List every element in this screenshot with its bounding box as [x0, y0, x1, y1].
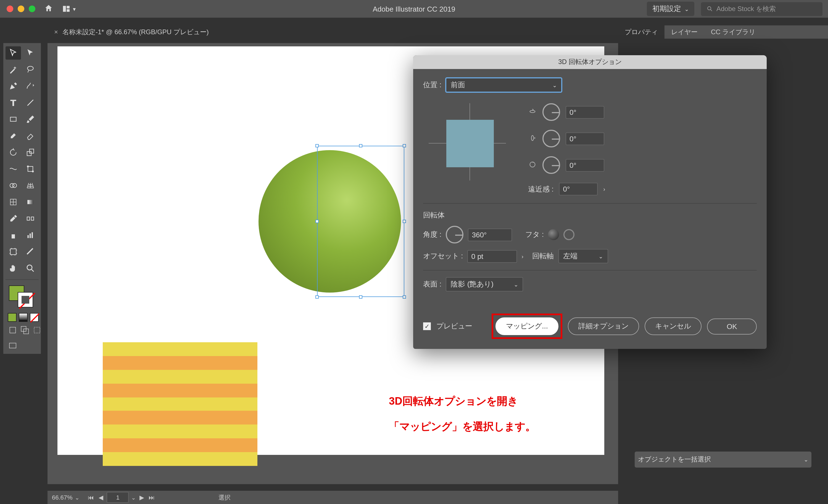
tab-properties[interactable]: プロパティ [618, 26, 664, 39]
rotate-z-dial[interactable] [542, 156, 560, 174]
cap-on-icon[interactable] [548, 229, 559, 240]
color-chip-none[interactable] [30, 313, 39, 322]
next-artboard-icon[interactable]: ▶ [138, 494, 146, 501]
rotate-y-input[interactable]: 0° [566, 132, 604, 145]
lasso-tool[interactable] [23, 63, 38, 76]
resize-handle[interactable] [359, 295, 362, 299]
draw-inside-icon[interactable] [32, 325, 42, 335]
pen-tool[interactable] [5, 80, 21, 93]
resize-handle[interactable] [403, 144, 406, 147]
draw-normal-icon[interactable] [8, 325, 18, 335]
chevron-down-icon: ⌄ [552, 82, 557, 88]
striped-rectangle-object[interactable] [103, 342, 257, 425]
minimize-window-icon[interactable] [18, 5, 24, 12]
selection-tool[interactable] [5, 46, 21, 60]
magic-wand-tool[interactable] [5, 63, 21, 76]
offset-input[interactable]: 0 pt [467, 250, 517, 263]
zoom-tool[interactable] [23, 262, 38, 275]
blend-tool[interactable] [23, 212, 38, 225]
rotation-preview[interactable] [423, 98, 511, 186]
rotate-y-dial[interactable] [542, 130, 560, 147]
preview-checkbox[interactable]: ✓ [423, 322, 431, 330]
scale-tool[interactable] [23, 146, 38, 159]
width-tool[interactable] [5, 162, 21, 176]
resize-handle[interactable] [316, 220, 319, 223]
svg-point-26 [27, 265, 32, 270]
home-icon[interactable] [44, 4, 53, 14]
resize-handle[interactable] [316, 144, 319, 147]
control-bar [0, 18, 828, 26]
fill-stroke-control[interactable] [5, 284, 39, 310]
maximize-window-icon[interactable] [29, 5, 35, 12]
chevron-down-icon[interactable]: ⌄ [131, 494, 136, 500]
type-tool[interactable] [5, 96, 21, 109]
tab-cc-libraries[interactable]: CC ライブラリ [704, 26, 762, 39]
surface-select[interactable]: 陰影 (艶あり) ⌄ [446, 277, 523, 291]
svg-point-3 [708, 7, 711, 10]
gradient-tool[interactable] [23, 195, 38, 209]
stepper-icon[interactable]: › [522, 253, 523, 259]
mesh-tool[interactable] [5, 195, 21, 209]
position-label: 位置 : [423, 80, 441, 90]
first-artboard-icon[interactable]: ⏮ [87, 494, 95, 501]
selection-bounding-box[interactable] [317, 146, 404, 297]
rectangle-tool[interactable] [5, 112, 21, 126]
draw-mode-row [5, 325, 39, 335]
position-select[interactable]: 前面 ⌄ [446, 78, 562, 92]
rotate-x-input[interactable]: 0° [566, 106, 604, 119]
color-chip-solid[interactable] [8, 313, 16, 322]
direct-selection-tool[interactable] [23, 46, 38, 60]
recolor-artwork-button[interactable]: オブジェクトを一括選択 ⌄ [635, 452, 812, 467]
curvature-tool[interactable] [23, 80, 38, 93]
zoom-value: 66.67% [52, 494, 73, 501]
shaper-tool[interactable] [5, 129, 21, 142]
eyedropper-tool[interactable] [5, 212, 21, 225]
artboard-number[interactable]: 1 [107, 492, 129, 503]
arrange-documents-icon[interactable]: ▾ [62, 4, 76, 13]
screen-mode-icon[interactable] [8, 340, 18, 351]
color-chip-gradient[interactable] [19, 313, 28, 322]
document-tab[interactable]: × 名称未設定-1* @ 66.67% (RGB/GPU プレビュー) [54, 27, 209, 37]
cancel-button[interactable]: キャンセル [645, 317, 702, 335]
close-window-icon[interactable] [7, 5, 13, 12]
stock-search-input[interactable]: Adobe Stock を検索 [701, 2, 823, 16]
free-transform-tool[interactable] [23, 162, 38, 176]
draw-behind-icon[interactable] [20, 325, 30, 335]
rotate-tool[interactable] [5, 146, 21, 159]
workspace-switcher[interactable]: 初期設定 ⌄ [647, 2, 694, 16]
angle-input[interactable]: 360° [468, 228, 512, 241]
column-graph-tool[interactable] [23, 229, 38, 242]
window-controls[interactable] [7, 5, 35, 12]
angle-dial[interactable] [446, 226, 463, 243]
axis-select[interactable]: 左端 ⌄ [558, 249, 608, 263]
symbol-sprayer-tool[interactable] [5, 229, 21, 242]
paintbrush-tool[interactable] [23, 112, 38, 126]
stepper-icon[interactable]: › [603, 186, 605, 192]
search-placeholder: Adobe Stock を検索 [716, 4, 776, 13]
slice-tool[interactable] [23, 245, 38, 258]
more-options-button[interactable]: 詳細オプション [568, 317, 639, 335]
prev-artboard-icon[interactable]: ◀ [97, 494, 105, 501]
eraser-tool[interactable] [23, 129, 38, 142]
artboard-tool[interactable] [5, 245, 21, 258]
resize-handle[interactable] [359, 144, 362, 147]
stroke-color-swatch[interactable] [18, 292, 33, 308]
last-artboard-icon[interactable]: ⏭ [148, 494, 156, 501]
shape-builder-tool[interactable] [5, 179, 21, 192]
resize-handle[interactable] [403, 295, 406, 299]
tools-panel [3, 43, 41, 354]
cap-off-icon[interactable] [564, 229, 575, 240]
zoom-level[interactable]: 66.67% ⌄ [52, 494, 79, 501]
hand-tool[interactable] [5, 262, 21, 275]
perspective-grid-tool[interactable] [23, 179, 38, 192]
ok-button[interactable]: OK [707, 318, 757, 334]
rotate-x-dial[interactable] [542, 103, 560, 121]
resize-handle[interactable] [403, 220, 406, 223]
rotate-z-input[interactable]: 0° [566, 159, 604, 171]
resize-handle[interactable] [316, 295, 319, 299]
tab-layers[interactable]: レイヤー [664, 26, 704, 39]
close-tab-icon[interactable]: × [54, 28, 58, 36]
map-art-button[interactable]: マッピング... [495, 317, 558, 335]
perspective-input[interactable]: 0° [559, 183, 598, 195]
line-segment-tool[interactable] [23, 96, 38, 109]
